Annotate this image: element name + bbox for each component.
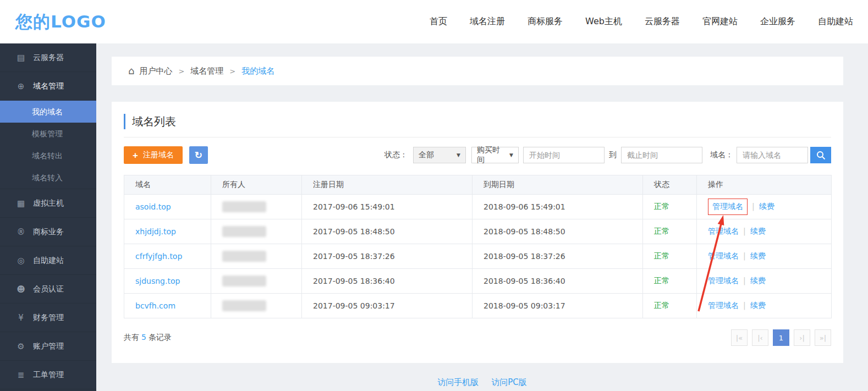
renew-link[interactable]: 续费: [750, 301, 766, 310]
sidebar-subitem-template-management[interactable]: 模板管理: [0, 123, 96, 145]
main-content: ⌂ 用户中心 > 域名管理 > 我的域名 域名列表 + 注册域名 ↻ 状态： 全…: [96, 43, 868, 391]
toolbar: + 注册域名 ↻ 状态： 全部 ▼ 购买时间 ▼ 到 域名：: [124, 146, 831, 164]
renew-link[interactable]: 续费: [750, 251, 766, 260]
domain-link[interactable]: cfrfyjfgh.top: [135, 252, 182, 261]
breadcrumb-separator: >: [178, 67, 184, 75]
search-button[interactable]: [810, 147, 831, 163]
plus-icon: +: [133, 151, 138, 160]
status-filter-label: 状态：: [384, 150, 408, 160]
yen-icon: ¥: [15, 313, 26, 323]
table-footer: 共有5条记录 |« |‹ 1 ›| »|: [124, 329, 831, 346]
table-row: sjdusng.top 2017-09-05 18:36:40 2018-09-…: [124, 269, 832, 294]
nav-item-trademark-service[interactable]: 商标服务: [528, 16, 563, 27]
mobile-version-link[interactable]: 访问手机版: [437, 377, 479, 387]
top-header: 您的LOGO 首页 域名注册 商标服务 Web主机 云服务器 官网建站 企业服务…: [0, 0, 868, 43]
col-header-expires: 到期日期: [473, 175, 643, 195]
nav-item-self-build[interactable]: 自助建站: [818, 16, 853, 27]
breadcrumb-my-domains[interactable]: 我的域名: [241, 66, 274, 76]
sidebar-item-ticket-management[interactable]: ≣ 工单管理: [0, 361, 96, 389]
first-page-button[interactable]: |«: [731, 329, 748, 346]
manage-domain-link[interactable]: 管理域名: [708, 227, 739, 235]
sidebar-item-trademark-business[interactable]: ® 商标业务: [0, 218, 96, 246]
domain-filter-label: 域名：: [710, 150, 733, 160]
domain-link[interactable]: sjdusng.top: [135, 277, 180, 285]
breadcrumb-user-center[interactable]: 用户中心: [139, 66, 172, 76]
table-row: cfrfyjfgh.top 2017-09-05 18:37:26 2018-0…: [124, 244, 832, 269]
ticket-icon: ≣: [15, 370, 26, 380]
domain-link[interactable]: xhjdjdj.top: [135, 227, 176, 236]
sidebar-item-label: 商标业务: [33, 227, 64, 237]
nav-item-web-hosting[interactable]: Web主机: [585, 16, 622, 27]
prev-page-button[interactable]: |‹: [752, 329, 768, 346]
manage-domain-link[interactable]: 管理域名: [708, 276, 739, 285]
domain-search-input[interactable]: [737, 147, 808, 163]
sidebar-subitem-domain-transfer-out[interactable]: 域名转出: [0, 145, 96, 167]
sidebar-item-self-build-site[interactable]: ◎ 自助建站: [0, 246, 96, 275]
nav-item-domain-register[interactable]: 域名注册: [470, 16, 505, 27]
nav-item-enterprise-service[interactable]: 企业服务: [760, 16, 795, 27]
sidebar-item-virtual-host[interactable]: ▦ 虚拟主机: [0, 189, 96, 218]
col-header-actions: 操作: [697, 175, 832, 195]
expires-date: 2018-09-05 18:36:40: [473, 269, 643, 294]
time-type-select-value: 购买时间: [477, 145, 506, 165]
owner-redacted: [222, 300, 266, 311]
manage-domain-link[interactable]: 管理域名: [708, 251, 739, 260]
server-icon: ▤: [15, 53, 26, 63]
renew-link[interactable]: 续费: [750, 227, 766, 235]
col-header-registered: 注册日期: [302, 175, 473, 195]
table-row: bcvfh.com 2017-09-05 09:03:17 2018-09-05…: [124, 294, 832, 318]
status-select[interactable]: 全部 ▼: [413, 147, 466, 163]
sidebar-subitem-my-domains[interactable]: 我的域名: [0, 101, 96, 123]
domain-link[interactable]: bcvfh.com: [135, 301, 175, 310]
refresh-button[interactable]: ↻: [189, 146, 208, 164]
domain-link[interactable]: asoid.top: [135, 202, 171, 211]
action-divider: |: [743, 301, 746, 310]
title-divider: [124, 137, 831, 137]
logo[interactable]: 您的LOGO: [15, 10, 106, 34]
refresh-icon: ↻: [195, 150, 202, 161]
register-domain-label: 注册域名: [143, 150, 174, 160]
sidebar-item-account-management[interactable]: ⚙ 账户管理: [0, 332, 96, 361]
manage-domain-link[interactable]: 管理域名: [708, 301, 739, 310]
sidebar-item-finance-management[interactable]: ¥ 财务管理: [0, 304, 96, 332]
col-header-status: 状态: [643, 175, 697, 195]
last-page-button[interactable]: »|: [815, 329, 831, 346]
chevron-down-icon: ▼: [457, 152, 460, 158]
nav-item-home[interactable]: 首页: [430, 16, 447, 27]
sidebar-item-label: 财务管理: [33, 313, 64, 323]
renew-link[interactable]: 续费: [750, 276, 766, 285]
record-count-summary: 共有5条记录: [124, 333, 172, 343]
manage-domain-link[interactable]: 管理域名: [712, 202, 743, 211]
register-domain-button[interactable]: + 注册域名: [124, 146, 183, 164]
nav-item-cloud-server[interactable]: 云服务器: [645, 16, 680, 27]
time-type-select[interactable]: 购买时间 ▼: [471, 147, 519, 163]
table-header-row: 域名 所有人 注册日期 到期日期 状态 操作: [124, 175, 832, 195]
page-1-button[interactable]: 1: [773, 329, 789, 346]
renew-link[interactable]: 续费: [759, 202, 774, 211]
status-badge: 正常: [654, 202, 669, 211]
end-date-input[interactable]: [621, 147, 702, 163]
registered-date: 2017-09-06 15:49:01: [302, 195, 473, 219]
col-header-owner: 所有人: [211, 175, 302, 195]
pc-version-link[interactable]: 访问PC版: [491, 377, 527, 387]
search-icon: [816, 151, 826, 160]
page-title: 域名列表: [124, 114, 831, 129]
expires-date: 2018-09-05 18:37:26: [473, 244, 643, 269]
top-nav: 首页 域名注册 商标服务 Web主机 云服务器 官网建站 企业服务 自助建站: [430, 16, 853, 27]
sidebar-item-member-verification[interactable]: ☻ 会员认证: [0, 275, 96, 304]
nav-item-official-site[interactable]: 官网建站: [702, 16, 738, 27]
gear-icon: ⚙: [15, 342, 26, 351]
sidebar-item-domain-management[interactable]: ⊕ 域名管理: [0, 72, 96, 101]
sidebar-item-label: 云服务器: [33, 53, 64, 63]
annotation-box: 管理域名: [708, 199, 748, 215]
start-date-input[interactable]: [523, 147, 605, 163]
domain-list-panel: 域名列表 + 注册域名 ↻ 状态： 全部 ▼ 购买时间 ▼: [112, 102, 843, 363]
sidebar-item-cloud-server[interactable]: ▤ 云服务器: [0, 43, 96, 72]
sidebar-subitem-domain-transfer-in[interactable]: 域名转入: [0, 167, 96, 189]
sidebar-item-label: 会员认证: [33, 284, 64, 294]
globe-icon: ⊕: [15, 81, 26, 91]
pagination: |« |‹ 1 ›| »|: [731, 329, 831, 346]
breadcrumb-domain-management[interactable]: 域名管理: [190, 66, 223, 76]
next-page-button[interactable]: ›|: [794, 329, 810, 346]
status-badge: 正常: [654, 301, 669, 310]
